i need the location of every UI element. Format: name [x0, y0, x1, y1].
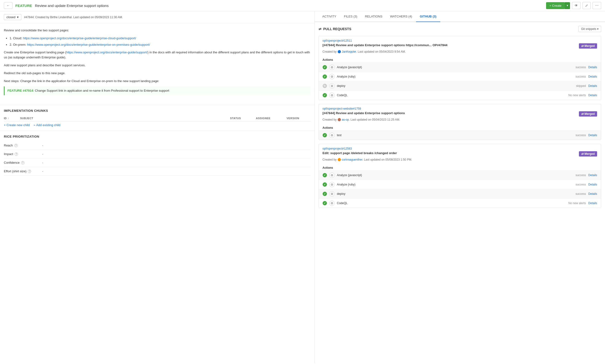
support-guide-link[interactable]: https://www.openproject.org/docs/enterpr… [66, 51, 148, 54]
impact-help-icon[interactable]: ? [15, 153, 18, 156]
action-success-icon: ✓ [323, 182, 327, 187]
col-assignee: ASSIGNEE [256, 117, 285, 120]
tab-files[interactable]: FILES (3) [340, 11, 361, 22]
pr-2-merged-badge: ⇄ Merged [579, 111, 597, 117]
pr2-action-1-name: test [337, 133, 572, 137]
github-content: ⇄ PULL REQUESTS Git snippets ▾ opf/openp… [315, 22, 605, 216]
next-steps-text: Next steps: Change the link in the appli… [4, 79, 311, 84]
watch-button[interactable]: 👁 [572, 2, 580, 9]
rice-label-confidence: Confidence ? [4, 161, 42, 164]
pr3-action-2-name: Analyze (ruby) [337, 183, 572, 186]
action-success-icon: ✓ [323, 173, 327, 177]
pr-3-action-1: ✓ ⊙ Analyze (javascript) success Details [319, 170, 601, 180]
action-success-icon: ✓ [323, 74, 327, 79]
status-dropdown[interactable]: closed ▾ [4, 14, 21, 20]
pr-3-meta: Created by 🟠 corinnaguenther. Last updat… [323, 158, 597, 161]
pr3-action-4-details[interactable]: Details [588, 202, 597, 205]
confidence-help-icon[interactable]: ? [21, 161, 25, 164]
add-existing-child-button[interactable]: ⌁ Add existing child [34, 123, 60, 127]
action-success-icon: ✓ [323, 201, 327, 205]
action-success-icon: ✓ [323, 93, 327, 97]
feature-link-block: FEATURE #47914: Change Support link in a… [4, 86, 311, 95]
top-bar: ← FEATURE Review and update Enterprise s… [0, 0, 605, 11]
back-button[interactable]: ← [4, 2, 13, 9]
create-dropdown-button[interactable]: ▾ [565, 2, 570, 9]
right-panel: ACTIVITY FILES (3) RELATIONS WATCHERS (4… [315, 11, 605, 363]
git-snippets-button[interactable]: Git snippets ▾ [578, 26, 601, 32]
rice-value-effort: - [42, 169, 43, 173]
pr-2-meta: Created by 🟤 as-op. Last updated on 05/0… [323, 118, 597, 121]
status-bar: closed ▾ #47844: Created by Birthe Linde… [0, 11, 314, 23]
pr-1-action-2: ✓ ⊙ Analyze (ruby) success Details [319, 72, 601, 81]
pr3-action-1-details[interactable]: Details [588, 173, 597, 177]
rice-value-reach: - [42, 143, 43, 147]
pr-2-repo-link[interactable]: opf/openproject-website#1759 [323, 107, 597, 110]
action-2-result: success [576, 75, 586, 78]
action-3-details[interactable]: Details [588, 84, 597, 88]
chunks-title: IMPLEMENTATION CHUNKS [4, 109, 311, 113]
rice-label-impact: Impact ? [4, 152, 42, 156]
pr-1-title: [#47844] Review and update Enterprise su… [323, 43, 576, 47]
create-button[interactable]: + Create [546, 2, 565, 9]
pr-1-repo-link[interactable]: opf/openproject#12511 [323, 39, 597, 42]
pr-card-3: opf/openproject#12583 Edit: support page… [319, 144, 601, 208]
rice-row-reach: Reach ? - [4, 141, 311, 150]
pr-2-author-link[interactable]: 🟤 as-op [337, 118, 349, 121]
col-version: VERSION [287, 117, 311, 120]
more-button[interactable]: ⋯ [592, 2, 601, 9]
pr-3-action-3: ✓ ⊙ deploy success Details [319, 189, 601, 198]
pr-1-meta: Created by 🔵 JanKeppler. Last updated on… [323, 50, 597, 53]
pr-1-author-link[interactable]: 🔵 JanKeppler [337, 50, 356, 53]
sort-icon: ↑ [8, 117, 9, 120]
reach-help-icon[interactable]: ? [14, 144, 18, 147]
onprem-link[interactable]: https://www.openproject.org/docs/enterpr… [27, 43, 150, 46]
tab-github[interactable]: GITHUB (3) [416, 11, 440, 22]
page-title: Review and update Enterprise support opt… [35, 4, 109, 8]
feature-47914-link[interactable]: FEATURE #47914 [7, 89, 33, 92]
tab-activity[interactable]: ACTIVITY [319, 11, 340, 22]
rice-row-effort: Effort (shirt size) ? - [4, 167, 311, 176]
tab-relations[interactable]: RELATIONS [361, 11, 386, 22]
pr-3-title-row: Edit: support page /deleted breaks /chan… [323, 151, 597, 156]
col-subject: SUBJECT [20, 117, 228, 120]
pr-1-action-1: ✓ ⊙ Analyze (javascript) success Details [319, 63, 601, 72]
col-status: STATUS [230, 117, 254, 120]
pr3-action-4-result: No new alerts [568, 202, 586, 205]
github-icon: ⊙ [329, 191, 335, 196]
pr2-action-1-details[interactable]: Details [588, 133, 597, 137]
tab-watchers[interactable]: WATCHERS (4) [386, 11, 416, 22]
chunks-table-header: ID ↑ SUBJECT STATUS ASSIGNEE VERSION [4, 115, 311, 121]
create-child-button[interactable]: + Create new child [4, 123, 30, 127]
action-2-details[interactable]: Details [588, 75, 597, 78]
intro-text: Review and consolidate the two support p… [4, 28, 311, 33]
github-icon: ⊙ [329, 65, 335, 70]
pr3-action-3-details[interactable]: Details [588, 192, 597, 195]
pr-card-1: opf/openproject#12511 [#47844] Review an… [319, 36, 601, 100]
github-icon: ⊙ [329, 201, 335, 206]
pr-3-repo-link[interactable]: opf/openproject#12583 [323, 147, 597, 150]
list-item-cloud: 1. Cloud: https://www.openproject.org/do… [10, 36, 311, 41]
rice-section: RICE PRIORITIZATION Reach ? - Impact ? -… [0, 131, 314, 180]
github-icon: ⊙ [329, 182, 335, 187]
pr3-action-1-name: Analyze (javascript) [337, 173, 572, 177]
pr-2-title: [#47844] Review and update Enterprise su… [323, 111, 576, 115]
pr3-action-2-details[interactable]: Details [588, 183, 597, 186]
github-icon: ⊙ [329, 133, 335, 138]
pr-card-1-header: opf/openproject#12511 [#47844] Review an… [319, 36, 601, 56]
cloud-link[interactable]: https://www.openproject.org/docs/enterpr… [23, 36, 136, 40]
paragraph-redirect: Redirect the old sub-pages to this new p… [4, 71, 311, 76]
action-4-result: No new alerts [568, 93, 586, 97]
pr-1-action-3: ↻ ⊙ deploy skipped Details [319, 81, 601, 91]
main-layout: closed ▾ #47844: Created by Birthe Linde… [0, 11, 605, 363]
action-4-details[interactable]: Details [588, 93, 597, 97]
action-3-name: deploy [337, 84, 573, 88]
action-success-icon: ✓ [323, 133, 327, 137]
github-icon: ⊙ [329, 172, 335, 178]
col-id: ID ↑ [4, 117, 18, 120]
fullscreen-button[interactable]: ⤢ [582, 2, 591, 9]
pr2-action-1-result: success [576, 133, 586, 137]
effort-help-icon[interactable]: ? [28, 170, 31, 173]
action-1-details[interactable]: Details [588, 65, 597, 69]
feature-type-label: FEATURE [15, 4, 32, 8]
pr-3-author-link[interactable]: 🟠 corinnaguenther [337, 158, 362, 161]
